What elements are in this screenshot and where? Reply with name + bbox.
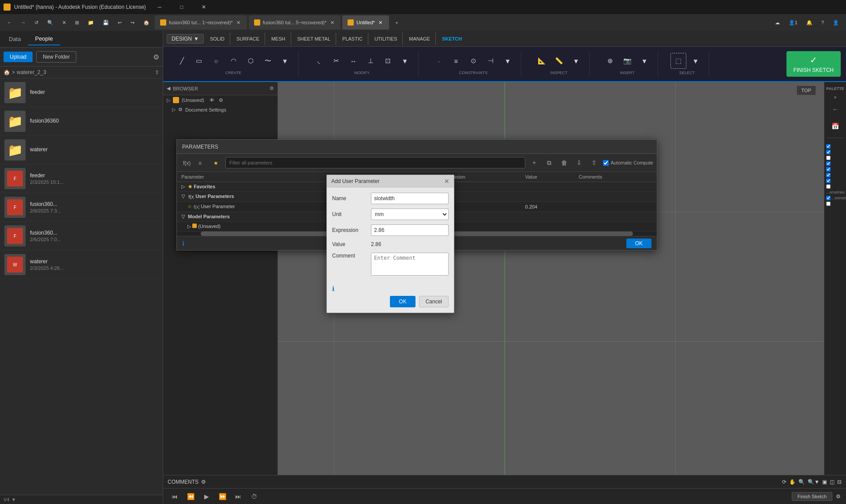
palette-check-9[interactable] bbox=[826, 196, 831, 200]
more-modify[interactable]: ▼ bbox=[397, 53, 413, 69]
zoom-dropdown[interactable]: 🔍▼ bbox=[808, 479, 820, 485]
orbit-icon[interactable]: ⟳ bbox=[782, 479, 786, 485]
arc-tool[interactable]: ◠ bbox=[225, 53, 241, 69]
tab-fusion1[interactable]: fusion360 tut... 1~recovered)* ✕ bbox=[155, 15, 247, 30]
coincident-tool[interactable]: · bbox=[431, 53, 447, 69]
browser-collapse-icon[interactable]: ◀ bbox=[167, 86, 170, 91]
browser-root[interactable]: ▷ (Unsaved) 👁 ⚙ bbox=[163, 95, 277, 105]
nav-back-button[interactable]: ← bbox=[4, 16, 15, 29]
help-button[interactable]: ? bbox=[818, 16, 827, 29]
name-input[interactable] bbox=[371, 193, 449, 204]
trim-tool[interactable]: ✂ bbox=[328, 53, 344, 69]
inspect-tool2[interactable]: 📏 bbox=[551, 53, 567, 69]
settings-button[interactable]: ⚙ bbox=[153, 53, 159, 61]
finish-sketch-bottom-button[interactable]: Finish Sketch bbox=[792, 492, 832, 501]
expand-arrow[interactable]: ▽ bbox=[181, 194, 185, 199]
break-tool[interactable]: ⊥ bbox=[363, 53, 378, 69]
play-btn[interactable]: ▶ bbox=[200, 490, 213, 503]
extend-tool[interactable]: ↔ bbox=[345, 53, 361, 69]
more-inspect[interactable]: ▼ bbox=[568, 53, 584, 69]
home-button[interactable]: 🏠 bbox=[140, 16, 153, 29]
browser-eye-icon[interactable]: 👁 bbox=[210, 97, 214, 103]
expression-input[interactable] bbox=[371, 224, 449, 236]
undo-button[interactable]: ↩ bbox=[114, 16, 125, 29]
more-insert[interactable]: ▼ bbox=[636, 53, 652, 69]
expand-arrow[interactable]: ▷ bbox=[181, 184, 185, 189]
sketch-button[interactable]: SKETCH bbox=[438, 33, 465, 45]
params-star-btn[interactable]: ★ bbox=[210, 157, 223, 169]
expand-arrow[interactable]: ▷ bbox=[187, 224, 191, 229]
collinear-tool[interactable]: ≡ bbox=[448, 53, 464, 69]
comments-settings-icon[interactable]: ⚙ bbox=[201, 479, 206, 485]
palette-check-7[interactable] bbox=[826, 179, 831, 183]
bottom-settings-icon[interactable]: ⚙ bbox=[836, 493, 841, 500]
browser-settings-icon[interactable]: ⚙ bbox=[219, 97, 223, 103]
notifications-button[interactable]: 🔔 bbox=[803, 16, 816, 29]
add-param-cancel-button[interactable]: Cancel bbox=[419, 296, 449, 307]
mesh-button[interactable]: MESH bbox=[268, 33, 289, 45]
tab-close-2[interactable]: ✕ bbox=[329, 19, 335, 26]
more-create[interactable]: ▼ bbox=[277, 53, 293, 69]
nav-forward-button[interactable]: → bbox=[17, 16, 29, 29]
palette-check-3[interactable] bbox=[826, 156, 831, 160]
comment-textarea[interactable] bbox=[371, 253, 449, 276]
list-item[interactable]: F fusion360... 2/6/2025 7:0... bbox=[0, 222, 163, 250]
open-button[interactable]: 📁 bbox=[84, 16, 97, 29]
rect-tool[interactable]: ▭ bbox=[191, 53, 207, 69]
breadcrumb-home[interactable]: 🏠 bbox=[4, 69, 10, 75]
last-frame-btn[interactable]: ⏭ bbox=[232, 490, 244, 503]
solid-button[interactable]: SOLID bbox=[206, 33, 228, 45]
list-item[interactable]: 📁 feeder bbox=[0, 78, 163, 107]
palette-back-icon[interactable]: ← bbox=[828, 102, 842, 116]
close-tab-button[interactable]: ✕ bbox=[59, 16, 70, 29]
tangent-tool[interactable]: ⊙ bbox=[465, 53, 481, 69]
palette-check-4[interactable] bbox=[826, 161, 831, 166]
close-button[interactable]: ✕ bbox=[194, 0, 214, 14]
account-button[interactable]: 👤 bbox=[829, 16, 842, 29]
save-button[interactable]: 💾 bbox=[99, 16, 112, 29]
utilities-button[interactable]: UTILITIES bbox=[371, 33, 401, 45]
auto-compute-checkbox[interactable] bbox=[603, 160, 609, 166]
people-tab[interactable]: People bbox=[28, 33, 60, 45]
list-item[interactable]: F feeder 2/3/2025 10:1... bbox=[0, 164, 163, 193]
insert-tool2[interactable]: 📷 bbox=[619, 53, 635, 69]
polygon-tool[interactable]: ⬡ bbox=[243, 53, 258, 69]
new-folder-button[interactable]: New Folder bbox=[36, 51, 76, 63]
prev-frame-btn[interactable]: ⏪ bbox=[184, 490, 197, 503]
circle-tool[interactable]: ○ bbox=[208, 53, 224, 69]
sheet-metal-button[interactable]: SHEET METAL bbox=[294, 33, 334, 45]
add-param-close-button[interactable]: ✕ bbox=[444, 178, 449, 185]
params-delete-btn[interactable]: 🗑 bbox=[558, 157, 570, 169]
apps-button[interactable]: ⊞ bbox=[71, 16, 82, 29]
more-constraints[interactable]: ▼ bbox=[500, 53, 516, 69]
user-status-button[interactable]: 👤1 bbox=[785, 16, 801, 29]
params-import-btn[interactable]: ⇩ bbox=[573, 157, 585, 169]
list-item[interactable]: F fusion360... 2/6/2025 7:3... bbox=[0, 193, 163, 222]
browser-expand-icon[interactable]: ⚙ bbox=[270, 86, 274, 91]
browser-doc-settings[interactable]: ▷ ⚙ Document Settings bbox=[163, 105, 277, 114]
breadcrumb-share-icon[interactable]: ⇪ bbox=[155, 69, 159, 75]
insert-tool1[interactable]: ⊕ bbox=[602, 53, 618, 69]
list-item[interactable]: W waterer 2/3/2025 4:26... bbox=[0, 250, 163, 279]
timeline-icon[interactable]: ⏱ bbox=[248, 490, 260, 503]
perpendicular-tool[interactable]: ⊣ bbox=[483, 53, 498, 69]
version-label[interactable]: V4 bbox=[4, 497, 9, 502]
params-filter-input[interactable] bbox=[225, 157, 525, 168]
display-icon[interactable]: ▣ bbox=[822, 479, 827, 485]
line-tool[interactable]: ╱ bbox=[174, 53, 190, 69]
breadcrumb-current[interactable]: waterer_2_3 bbox=[17, 69, 46, 75]
plastic-button[interactable]: PLASTIC bbox=[339, 33, 366, 45]
palette-check-2[interactable] bbox=[826, 150, 831, 154]
params-add-btn[interactable]: ＋ bbox=[528, 157, 540, 169]
minimize-button[interactable]: ─ bbox=[150, 0, 170, 14]
pan-icon[interactable]: ✋ bbox=[789, 479, 796, 485]
search-button[interactable]: 🔍 bbox=[44, 16, 57, 29]
expand-arrow[interactable]: ▽ bbox=[181, 214, 185, 219]
tab-close-1[interactable]: ✕ bbox=[236, 19, 242, 26]
params-filter-icon[interactable]: ≡ bbox=[195, 157, 208, 169]
params-formula-btn[interactable]: f(x) bbox=[180, 157, 193, 169]
offset-tool[interactable]: ⊡ bbox=[380, 53, 396, 69]
list-item[interactable]: 📁 fusion36360 bbox=[0, 107, 163, 136]
palette-check-10[interactable] bbox=[826, 202, 831, 206]
zoom-icon[interactable]: 🔍 bbox=[798, 479, 805, 485]
